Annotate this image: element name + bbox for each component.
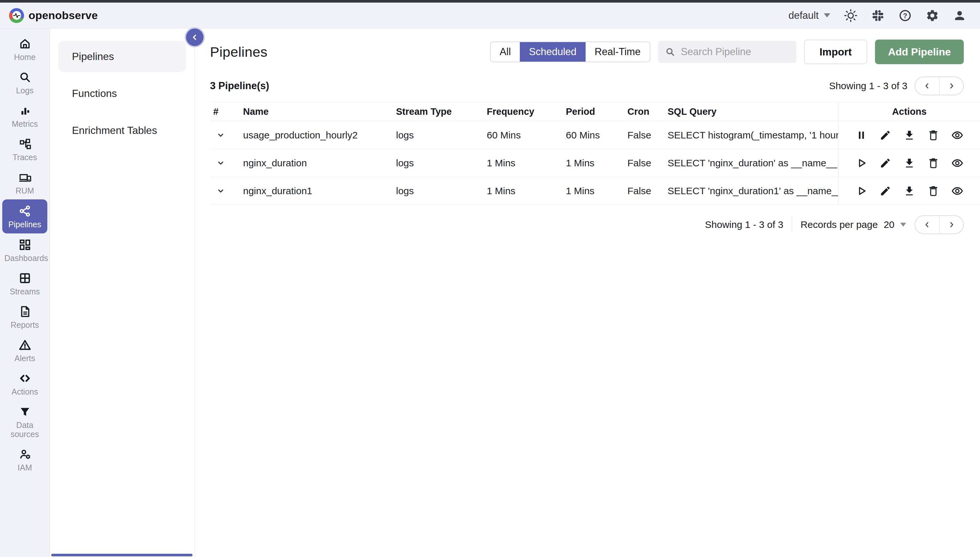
logs-search-icon (18, 71, 31, 84)
profile-icon[interactable] (953, 9, 966, 22)
next-page-button[interactable] (939, 216, 963, 233)
light-mode-icon[interactable] (844, 9, 858, 22)
tab-scheduled[interactable]: Scheduled (520, 42, 586, 62)
sidebar-item-pipelines[interactable]: Pipelines (2, 199, 47, 233)
sidebar-item-rum[interactable]: RUM (0, 166, 50, 199)
showing-range-top: Showing 1 - 3 of 3 (829, 80, 907, 91)
search-pipeline-input[interactable] (681, 46, 790, 58)
view-pipeline-icon[interactable] (951, 185, 963, 197)
page-title: Pipelines (210, 44, 267, 60)
sidebar-item-label: Traces (13, 153, 37, 162)
col-period: Period (562, 106, 625, 117)
sidebar-item-label: Data sources (5, 420, 46, 439)
subnav-item-enrichment-tables[interactable]: Enrichment Tables (59, 115, 186, 146)
subnav-item-pipelines[interactable]: Pipelines (59, 41, 186, 72)
chevron-down-icon (900, 223, 906, 226)
collapse-sidebar-button[interactable] (186, 29, 203, 46)
table-row: usage_production_hourly2 logs 60 Mins 60… (210, 121, 980, 149)
sidebar-item-dashboards[interactable]: Dashboards (0, 233, 50, 267)
chevron-right-icon (947, 82, 956, 90)
actions-code-icon (18, 372, 31, 385)
subnav-item-label: Functions (72, 88, 117, 99)
sidebar-item-reports[interactable]: Reports (0, 300, 50, 334)
pipeline-period: 60 Mins (562, 130, 625, 141)
expand-row-icon[interactable] (216, 130, 226, 140)
download-pipeline-icon[interactable] (904, 185, 915, 197)
sidebar-item-iam[interactable]: IAM (0, 443, 50, 476)
subnav-item-functions[interactable]: Functions (59, 78, 186, 109)
edit-pipeline-icon[interactable] (879, 185, 891, 197)
download-pipeline-icon[interactable] (904, 129, 915, 141)
chevron-left-icon (191, 33, 199, 41)
pipeline-name: nginx_duration1 (241, 186, 390, 197)
horizontal-scrollbar[interactable] (51, 554, 192, 556)
sidebar-item-alerts[interactable]: Alerts (0, 334, 50, 367)
tab-real-time[interactable]: Real-Time (586, 42, 650, 62)
col-name: Name (241, 106, 390, 117)
slack-icon[interactable] (871, 9, 885, 22)
sidebar-item-data-sources[interactable]: Data sources (0, 401, 50, 443)
org-selector[interactable]: default (788, 10, 830, 21)
topbar: openobserve default ? (0, 3, 980, 29)
sidebar-item-metrics[interactable]: Metrics (0, 99, 50, 133)
col-cron: Cron (625, 106, 664, 117)
prev-page-button[interactable] (915, 77, 939, 94)
delete-pipeline-icon[interactable] (928, 129, 939, 141)
view-pipeline-icon[interactable] (951, 157, 963, 169)
subnav-item-label: Pipelines (72, 50, 114, 63)
records-per-page-value: 20 (884, 219, 894, 230)
start-pipeline-icon[interactable] (856, 157, 867, 169)
edit-pipeline-icon[interactable] (879, 129, 891, 141)
col-frequency: Frequency (483, 106, 562, 117)
download-pipeline-icon[interactable] (904, 157, 915, 169)
pause-pipeline-icon[interactable] (856, 129, 867, 141)
prev-page-button[interactable] (915, 216, 939, 233)
records-per-page-select[interactable]: Records per page 20 (800, 219, 906, 230)
sidebar-item-actions[interactable]: Actions (0, 367, 50, 401)
add-pipeline-button[interactable]: Add Pipeline (875, 39, 964, 64)
sidebar-item-label: IAM (18, 463, 32, 472)
sidebar-item-label: Pipelines (8, 220, 41, 229)
start-pipeline-icon[interactable] (856, 185, 867, 197)
pipeline-frequency: 60 Mins (483, 130, 562, 141)
showing-range-bottom: Showing 1 - 3 of 3 (705, 219, 783, 230)
pipeline-stream-type: logs (390, 186, 483, 197)
pipeline-sql-query: SELECT histogram(_timestamp, '1 hour') a… (664, 130, 838, 141)
sidebar-item-streams[interactable]: Streams (0, 267, 50, 300)
rum-devices-icon (18, 171, 31, 184)
pipeline-sql-query: SELECT 'nginx_duration1' as __name__, 'g… (664, 186, 838, 197)
pipeline-count: 3 Pipeline(s) (210, 80, 269, 92)
delete-pipeline-icon[interactable] (928, 157, 939, 169)
records-per-page-label: Records per page (800, 219, 878, 230)
search-icon (665, 46, 676, 57)
help-icon[interactable]: ? (898, 9, 912, 22)
col-number: # (210, 106, 241, 117)
openobserve-logo-icon (9, 8, 24, 23)
dashboards-icon (18, 238, 31, 251)
sidebar-item-label: Reports (11, 320, 39, 329)
expand-row-icon[interactable] (216, 186, 226, 196)
table-row: nginx_duration logs 1 Mins 1 Mins False … (210, 149, 980, 177)
tab-all[interactable]: All (491, 42, 520, 62)
edit-pipeline-icon[interactable] (879, 157, 891, 169)
sidebar-item-label: Home (14, 52, 36, 62)
next-page-button[interactable] (939, 77, 963, 94)
delete-pipeline-icon[interactable] (928, 185, 939, 197)
col-sql-query: SQL Query (664, 106, 838, 117)
pipeline-cron: False (625, 130, 664, 141)
settings-gear-icon[interactable] (926, 9, 939, 22)
traces-icon (18, 137, 31, 150)
sidebar-item-home[interactable]: Home (0, 33, 50, 66)
sidebar-item-traces[interactable]: Traces (0, 133, 50, 166)
org-selector-value: default (788, 10, 819, 21)
brand[interactable]: openobserve (9, 8, 98, 23)
metrics-bars-icon (18, 104, 31, 117)
pipeline-cron: False (625, 186, 664, 197)
left-nav-rail: Home Logs Metrics Traces (0, 29, 50, 557)
sidebar-item-logs[interactable]: Logs (0, 66, 50, 99)
pipeline-period: 1 Mins (562, 158, 625, 169)
chevron-down-icon (824, 13, 830, 18)
view-pipeline-icon[interactable] (951, 129, 963, 141)
import-button[interactable]: Import (804, 39, 868, 64)
expand-row-icon[interactable] (216, 158, 226, 168)
